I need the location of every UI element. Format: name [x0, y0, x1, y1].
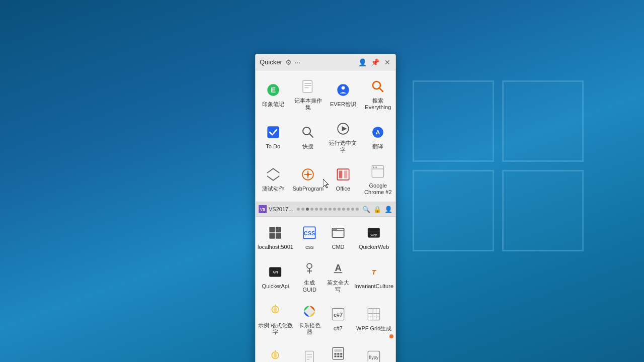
dot-9: [338, 208, 341, 211]
grid-item-translate[interactable]: A 翻译: [361, 115, 395, 157]
svg-text:API: API: [273, 270, 278, 274]
evernote-icon: E: [264, 81, 282, 99]
invariant-label: InvariantCulture: [354, 283, 393, 290]
grid-item-num-format[interactable]: 示例:格式化数字: [256, 297, 295, 339]
svg-line-9: [379, 88, 383, 92]
grid-item-gen-guid[interactable]: 生成GUID: [295, 254, 324, 297]
grid-item-google-chrome[interactable]: Google Chrome #2: [361, 157, 395, 200]
quickerapi-label: QuickerApi: [262, 283, 289, 290]
subprogram-icon: [299, 165, 317, 184]
svg-point-61: [274, 352, 277, 357]
second-tab-bar: VS VS2017... 🔍 🔒: [256, 202, 395, 217]
grid-item-office[interactable]: Office: [326, 157, 360, 200]
grid-item-subprogram[interactable]: SubProgram: [290, 157, 326, 200]
dot-11: [347, 208, 350, 211]
close-button[interactable]: ✕: [383, 58, 391, 66]
more-icon[interactable]: ···: [295, 58, 301, 66]
svg-point-37: [336, 229, 337, 230]
svg-rect-72: [337, 355, 339, 357]
quick-search-icon: [299, 123, 317, 141]
grid-item-search-everything[interactable]: 搜索Everything: [361, 72, 395, 115]
dot-2: [306, 208, 309, 211]
grid-item-show-key[interactable]: 示例:显示键盘: [256, 339, 295, 362]
csharp7-icon: c#7: [329, 305, 347, 323]
grid-item-test-action[interactable]: 测试动作: [256, 157, 290, 200]
svg-text:A: A: [376, 129, 380, 135]
csharp7-label: c#7: [334, 325, 343, 332]
grid-item-flypy[interactable]: flypy flypy: [352, 339, 395, 362]
svg-point-36: [333, 229, 335, 230]
grid-item-evernote[interactable]: E 印象笔记: [256, 72, 290, 115]
css-label: css: [305, 244, 314, 250]
orange-indicator: [389, 334, 393, 338]
grid-item-localhost[interactable]: localhost:5001: [256, 219, 295, 254]
quickerapi-icon: API: [266, 263, 284, 281]
localhost-icon: [266, 224, 284, 242]
run-chinese-label: 运行选中文字: [328, 140, 358, 153]
dot-10: [342, 208, 345, 211]
settings-icon[interactable]: ⚙: [285, 58, 292, 66]
run-chinese-icon: [334, 120, 352, 138]
svg-rect-23: [344, 171, 348, 178]
pin-icon[interactable]: 📌: [371, 58, 379, 66]
test-action-icon: [264, 165, 282, 184]
grid-item-wpf-grid[interactable]: WPF Grid生成: [352, 297, 395, 339]
svg-line-12: [309, 133, 313, 137]
translate-label: 翻译: [372, 143, 383, 150]
color-picker-icon: [300, 302, 318, 320]
svg-rect-54: [368, 309, 380, 320]
todo-label: To Do: [266, 143, 280, 150]
gen-guid-icon: [300, 259, 318, 278]
grid-item-ever-wisdom[interactable]: EVER智识: [326, 72, 360, 115]
page2-grid-section: localhost:5001 CSS css: [256, 217, 395, 362]
svg-point-20: [307, 173, 309, 176]
grid-item-calc-convert[interactable]: 计算并替换: [324, 339, 353, 362]
user-icon[interactable]: 👤: [358, 58, 367, 66]
dot-0: [297, 208, 300, 211]
grid-item-quickerweb[interactable]: Web QuickerWeb: [352, 219, 395, 254]
second-bar-left: VS VS2017...: [259, 205, 293, 213]
grid-item-css[interactable]: CSS css: [295, 219, 324, 254]
search-bar-icon[interactable]: 🔍: [362, 206, 370, 213]
subprogram-label: SubProgram: [292, 186, 324, 192]
translate-icon: A: [369, 123, 387, 141]
dot-indicators: [297, 208, 359, 211]
svg-rect-31: [276, 233, 281, 239]
grid-item-notepad-ops[interactable]: 记事本操作集: [290, 72, 326, 115]
invariant-icon: T: [365, 263, 383, 281]
show-key-icon: [266, 348, 284, 362]
grid-item-upper-en[interactable]: A 英文全大写: [324, 254, 353, 297]
grid-item-test[interactable]: test: [295, 339, 324, 362]
grid-item-quickerapi[interactable]: API QuickerApi: [256, 254, 295, 297]
user-bar-icon[interactable]: 👤: [384, 206, 392, 213]
notepad-ops-icon: [299, 77, 317, 96]
svg-rect-2: [303, 80, 312, 92]
svg-text:c#7: c#7: [334, 312, 343, 318]
grid-item-cmd[interactable]: CMD: [324, 219, 353, 254]
svg-point-7: [342, 86, 345, 89]
flypy-icon: flypy: [365, 348, 383, 362]
grid-item-quick-search[interactable]: 快搜: [290, 115, 326, 157]
grid-item-run-chinese[interactable]: 运行选中文字: [326, 115, 360, 157]
svg-point-27: [375, 166, 377, 168]
svg-rect-62: [305, 351, 314, 362]
lock-bar-icon[interactable]: 🔒: [373, 206, 381, 213]
grid-item-color-picker[interactable]: 卡乐拾色器: [295, 297, 324, 339]
grid-item-todo[interactable]: To Do: [256, 115, 290, 157]
svg-rect-28: [270, 227, 275, 232]
ever-wisdom-label: EVER智识: [330, 101, 356, 108]
wpf-grid-label: WPF Grid生成: [356, 325, 391, 332]
google-chrome-label: Google Chrome #2: [363, 183, 393, 196]
svg-text:A: A: [335, 262, 341, 273]
svg-point-43: [307, 263, 312, 268]
svg-rect-30: [270, 233, 275, 239]
svg-rect-70: [340, 353, 342, 354]
svg-text:E: E: [271, 85, 276, 94]
grid-item-csharp7[interactable]: c#7 c#7: [324, 297, 353, 339]
color-picker-label: 卡乐拾色器: [297, 322, 322, 335]
num-format-label: 示例:格式化数字: [258, 322, 293, 335]
upper-en-icon: A: [329, 259, 347, 278]
grid-item-invariant[interactable]: T InvariantCulture: [352, 254, 395, 297]
quickerweb-icon: Web: [365, 224, 383, 242]
notepad-ops-label: 记事本操作集: [292, 98, 324, 111]
